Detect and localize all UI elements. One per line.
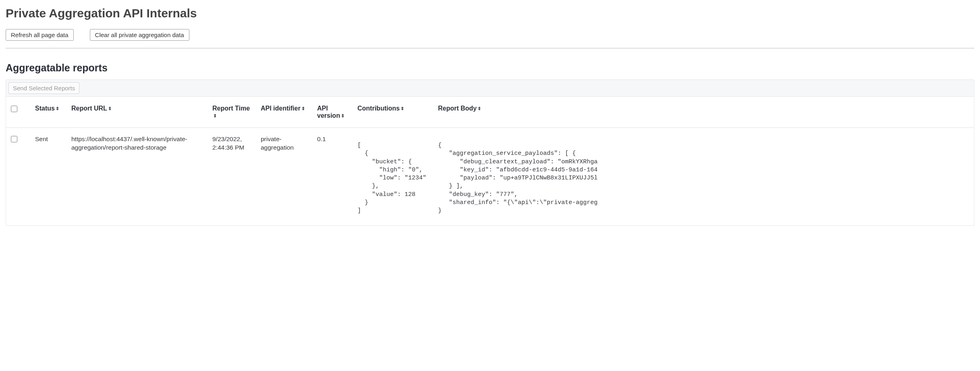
column-header-status[interactable]: Status⇕ [30,97,66,128]
select-all-checkbox[interactable] [11,106,17,112]
row-checkbox[interactable] [11,136,17,142]
section-toolbar: Send Selected Reports [6,79,974,97]
sort-icon: ⇕ [108,106,112,111]
column-header-url[interactable]: Report URL⇕ [66,97,208,128]
divider [6,48,974,48]
clear-button[interactable]: Clear all private aggregation data [90,29,189,41]
column-header-contributions[interactable]: Contributions⇕ [353,97,433,128]
sort-icon: ⇕ [401,106,404,111]
sort-icon: ⇕ [341,114,345,118]
cell-report-url: https://localhost:4437/.well-known/priva… [66,128,208,226]
table-row: Sent https://localhost:4437/.well-known/… [6,128,974,226]
section-title: Aggregatable reports [6,62,974,74]
sort-icon: ⇕ [301,106,305,111]
column-header-report-body[interactable]: Report Body⇕ [433,97,974,128]
column-header-select [6,97,30,128]
reports-table-container: Status⇕ Report URL⇕ Report Time⇕ API ide… [6,97,974,226]
cell-api-identifier: private-aggregation [256,128,312,226]
report-body-json: { "aggregation_service_payloads": [ { "d… [438,142,969,215]
contributions-json: [ { "bucket": { "high": "0", "low": "123… [357,142,428,215]
reports-table: Status⇕ Report URL⇕ Report Time⇕ API ide… [6,97,974,225]
refresh-button[interactable]: Refresh all page data [6,29,74,41]
sort-icon: ⇕ [56,106,59,111]
page-title: Private Aggregation API Internals [6,6,974,20]
column-header-api-version[interactable]: API version⇕ [312,97,353,128]
table-header-row: Status⇕ Report URL⇕ Report Time⇕ API ide… [6,97,974,128]
sort-icon: ⇕ [213,114,217,118]
cell-report-body: { "aggregation_service_payloads": [ { "d… [433,128,974,226]
cell-api-version: 0.1 [312,128,353,226]
top-toolbar: Refresh all page data Clear all private … [6,29,974,41]
send-selected-button[interactable]: Send Selected Reports [8,82,79,94]
cell-status: Sent [30,128,66,226]
column-header-time[interactable]: Report Time⇕ [208,97,256,128]
sort-icon: ⇕ [478,106,481,111]
cell-report-time: 9/23/2022, 2:44:36 PM [208,128,256,226]
cell-contributions: [ { "bucket": { "high": "0", "low": "123… [353,128,433,226]
column-header-api-identifier[interactable]: API identifier⇕ [256,97,312,128]
